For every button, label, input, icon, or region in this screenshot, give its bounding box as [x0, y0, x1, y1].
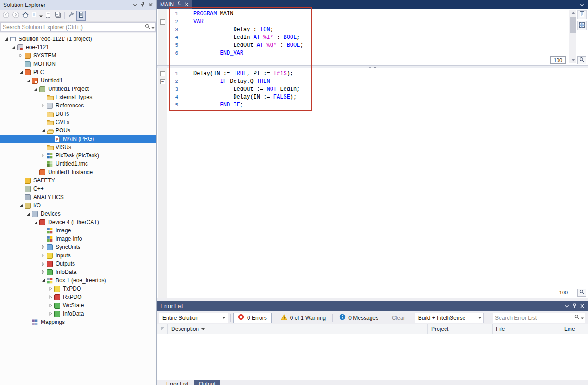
expand-arrow-icon[interactable] [39, 102, 47, 109]
declaration-editor[interactable]: 1PROGRAM MAIN−2VAR3 Delay : TON;4 LedIn … [157, 9, 588, 65]
declaration-line-2[interactable]: −2VAR [157, 18, 588, 26]
tree-item-gvls[interactable]: GVLs [0, 118, 156, 126]
tree-item-plc[interactable]: PLC [0, 68, 156, 76]
window-menu-chevron-icon[interactable] [131, 1, 139, 8]
code-text[interactable]: Delay(IN := TRUE, PT := T#1S); [182, 70, 293, 78]
declaration-line-5[interactable]: 5 LedOut AT %Q* : BOOL; [157, 42, 588, 50]
tree-item-device-4-ethercat[interactable]: Device 4 (EtherCAT) [0, 218, 156, 226]
tab-main[interactable]: MAIN [157, 0, 192, 9]
collapse-arrow-icon[interactable] [17, 68, 25, 76]
tab-list-chevron-icon[interactable] [580, 2, 584, 8]
pin-icon[interactable] [570, 303, 578, 310]
show-all-files-button[interactable] [43, 11, 53, 21]
fold-marker-icon[interactable]: − [157, 18, 169, 26]
project-column-header[interactable]: Project [428, 324, 493, 334]
code-text[interactable]: LedOut := NOT LedIn; [182, 86, 300, 93]
tree-item-txpdo[interactable]: TxPDO [0, 285, 156, 293]
expand-arrow-icon[interactable] [39, 252, 47, 259]
clear-button[interactable]: Clear [388, 313, 409, 323]
expand-arrow-icon[interactable] [39, 243, 47, 251]
implementation-zoom-icon[interactable] [577, 289, 586, 297]
tab-pin-icon[interactable] [177, 1, 181, 8]
code-text[interactable]: IF Delay.Q THEN [182, 78, 270, 86]
collapse-arrow-icon[interactable] [2, 35, 10, 43]
fold-marker-icon[interactable]: − [157, 78, 169, 86]
expand-arrow-icon[interactable] [47, 302, 54, 309]
scope-dropdown[interactable]: Entire Solution [159, 313, 228, 323]
declaration-zoom-icon[interactable] [577, 56, 586, 64]
tree-item-solution-eoe-1121-1-project[interactable]: Solution 'eoe-1121' (1 project) [0, 35, 156, 43]
properties-button[interactable] [67, 11, 76, 21]
tree-item-wcstate[interactable]: WcState [0, 301, 156, 310]
close-icon[interactable] [578, 303, 586, 310]
declaration-line-1[interactable]: 1PROGRAM MAIN [157, 10, 588, 18]
expand-arrow-icon[interactable] [47, 310, 54, 317]
tree-item-untitled1-tmc[interactable]: Untitled1.tmc [0, 160, 156, 168]
code-text[interactable]: Delay(IN := FALSE); [182, 93, 297, 101]
fold-marker-icon[interactable]: − [157, 70, 169, 78]
collapse-arrow-icon[interactable] [32, 218, 39, 226]
tree-item-analytics[interactable]: ANALYTICS [0, 193, 156, 201]
collapse-arrow-icon[interactable] [17, 202, 25, 209]
editor-splitter[interactable] [157, 65, 588, 68]
back-button[interactable] [1, 11, 11, 21]
implementation-line-4[interactable]: 4 Delay(IN := FALSE); [157, 93, 588, 101]
scrollbar-thumb[interactable] [570, 17, 576, 33]
errors-toggle-button[interactable]: 0 Errors [233, 313, 272, 323]
collapse-arrow-icon[interactable] [39, 127, 47, 134]
tree-item-box-1-eoe-freertos[interactable]: Box 1 (eoe_freertos) [0, 276, 156, 285]
tree-item-image[interactable]: Image [0, 226, 156, 235]
tree-item-c[interactable]: C++ [0, 185, 156, 193]
window-menu-chevron-icon[interactable] [563, 303, 570, 310]
error-list-body[interactable] [157, 334, 588, 380]
code-text[interactable]: LedIn AT %I* : BOOL; [182, 34, 300, 42]
declaration-zoom-level[interactable]: 100 [550, 56, 566, 64]
implementation-line-1[interactable]: −1Delay(IN := TRUE, PT := T#1S); [157, 70, 588, 78]
switch-views-button[interactable] [31, 11, 43, 21]
filter-dropdown[interactable]: Build + IntelliSense [415, 313, 484, 323]
code-text[interactable]: Delay : TON; [182, 26, 273, 34]
tree-item-infodata[interactable]: InfoData [0, 310, 156, 318]
code-text[interactable]: PROGRAM MAIN [182, 10, 233, 18]
watch-table-icon[interactable] [577, 21, 587, 30]
collapse-arrow-icon[interactable] [25, 210, 32, 217]
tree-item-mappings[interactable]: Mappings [0, 318, 156, 326]
code-text[interactable]: END_IF; [182, 101, 243, 109]
warnings-toggle-button[interactable]: 0 of 1 Warning [277, 313, 330, 323]
tree-item-visus[interactable]: VISUs [0, 143, 156, 151]
tree-item-motion[interactable]: MOTION [0, 60, 156, 68]
code-text[interactable]: VAR [182, 18, 204, 26]
collapse-arrow-icon[interactable] [32, 85, 39, 93]
collapse-arrow-icon[interactable] [10, 43, 17, 51]
tree-item-infodata[interactable]: InfoData [0, 268, 156, 276]
implementation-zoom-level[interactable]: 100 [556, 289, 571, 296]
collapse-arrow-icon[interactable] [25, 77, 32, 84]
tree-item-plctask-plctask[interactable]: PlcTask (PlcTask) [0, 151, 156, 160]
code-text[interactable]: LedOut AT %Q* : BOOL; [182, 42, 303, 50]
search-icon[interactable] [573, 313, 585, 322]
search-icon[interactable] [143, 23, 155, 31]
declaration-line-4[interactable]: 4 LedIn AT %I* : BOOL; [157, 34, 588, 42]
collapse-all-button[interactable] [53, 11, 62, 21]
document-outline-icon[interactable] [577, 10, 587, 19]
implementation-line-5[interactable]: 5 END_IF; [157, 101, 588, 109]
tree-item-external-types[interactable]: External Types [0, 93, 156, 101]
tree-item-inputs[interactable]: Inputs [0, 251, 156, 260]
pin-icon[interactable] [139, 1, 147, 8]
expand-arrow-icon[interactable] [47, 285, 54, 292]
expand-arrow-icon[interactable] [47, 293, 54, 301]
description-column-header[interactable]: Description [168, 324, 428, 334]
expand-arrow-icon[interactable] [17, 52, 25, 59]
tree-item-untitled1-project[interactable]: Untitled1 Project [0, 85, 156, 93]
tree-item-pous[interactable]: POUs [0, 126, 156, 135]
tree-item-untitled1-instance[interactable]: Untitled1 Instance [0, 168, 156, 176]
expand-arrow-icon[interactable] [39, 260, 47, 267]
implementation-line-2[interactable]: −2 IF Delay.Q THEN [157, 78, 588, 86]
messages-toggle-button[interactable]: 0 Messages [335, 313, 383, 323]
home-button[interactable] [21, 11, 30, 21]
tree-item-i-o[interactable]: I/O [0, 201, 156, 210]
declaration-line-3[interactable]: 3 Delay : TON; [157, 26, 588, 34]
scroll-down-icon[interactable] [569, 56, 576, 63]
tree-item-eoe-1121[interactable]: eoe-1121 [0, 43, 156, 51]
tree-item-untitled1[interactable]: Untitled1 [0, 76, 156, 85]
